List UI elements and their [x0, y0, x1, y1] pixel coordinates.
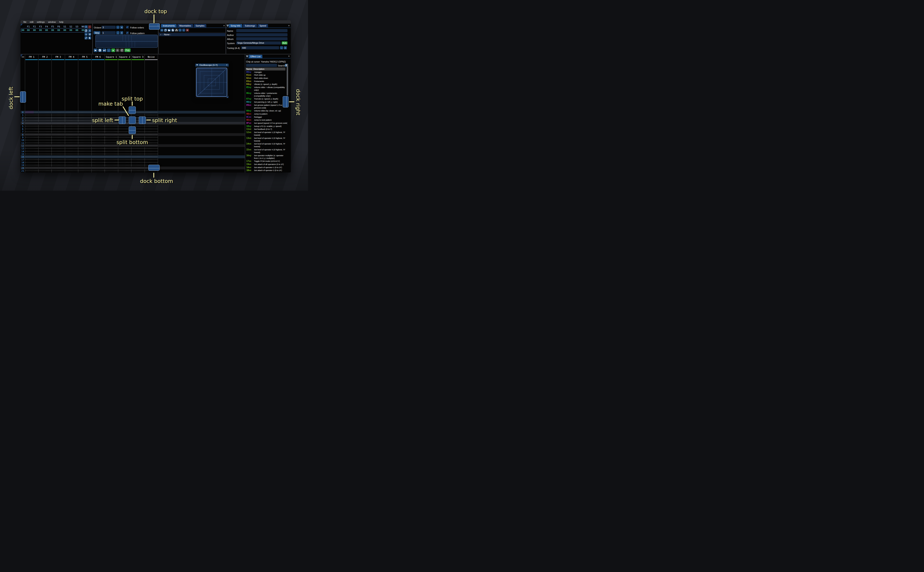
orders-cell[interactable]: 00 [37, 29, 44, 31]
name-field[interactable] [236, 29, 287, 32]
record-button[interactable]: ● [111, 48, 115, 52]
orders-col-S1[interactable]: S1 [62, 25, 68, 28]
octave-minus-button[interactable]: - [116, 26, 120, 29]
duplicate-end-button[interactable] [88, 33, 91, 36]
tab-speed[interactable]: Speed [257, 24, 268, 27]
song-info-collapse-icon[interactable] [227, 25, 229, 27]
system-field[interactable] [236, 41, 281, 45]
duplicate-order-button[interactable] [84, 29, 88, 32]
duplicate-instrument-button[interactable] [164, 29, 167, 32]
vertical-splitter-1[interactable] [92, 23, 93, 54]
oscilloscope-window[interactable]: Oscilloscope (X-Y) × [195, 64, 229, 98]
orders-cell[interactable]: 00 [50, 29, 56, 31]
channel-header-fm-2[interactable]: FM 2 [38, 56, 52, 58]
tab-instruments[interactable]: Instruments [161, 24, 177, 27]
tab-effect-list[interactable]: Effect List [249, 55, 262, 58]
menu-item-window[interactable]: window [47, 21, 58, 23]
order-down-button[interactable]: ∨ [84, 33, 88, 36]
order-up-button[interactable]: ∧ [88, 29, 91, 32]
step-plus-button[interactable]: + [120, 31, 123, 34]
save-instrument-button[interactable] [171, 29, 175, 32]
song-info-close-icon[interactable]: × [288, 25, 290, 27]
instrument-down-button[interactable]: ↓ [182, 29, 185, 32]
play-from-cursor-button[interactable]: ▶ [103, 48, 106, 52]
channel-header-square-1[interactable]: Square 1 [104, 56, 118, 58]
make-tab-button[interactable] [129, 117, 136, 124]
delete-instrument-button[interactable]: ✕ [186, 29, 189, 32]
oscilloscope-collapse-icon[interactable] [196, 64, 198, 66]
dock-bottom-button[interactable] [148, 165, 160, 171]
order-edit-mode-button[interactable] [88, 36, 91, 39]
orders-col-S3[interactable]: S3 [74, 25, 80, 28]
repeat-button[interactable] [120, 48, 124, 52]
vertical-splitter-3[interactable] [226, 23, 226, 54]
split-left-button[interactable] [118, 117, 126, 124]
effect-list-collapse-icon[interactable] [246, 55, 248, 58]
instruments-close-icon[interactable]: × [223, 25, 225, 27]
channel-header-square-3[interactable]: Square 3 [131, 56, 145, 58]
menu-item-file[interactable]: file [22, 21, 28, 23]
tuning-minus-button[interactable]: - [280, 46, 283, 49]
deep-clone-button[interactable] [84, 36, 88, 39]
horizontal-splitter[interactable] [20, 54, 291, 54]
effect-search-input[interactable] [246, 64, 277, 67]
split-bottom-button[interactable] [129, 126, 136, 134]
octave-input[interactable] [101, 26, 116, 29]
oscilloscope-resize-grip[interactable] [226, 96, 228, 98]
split-right-button[interactable] [139, 117, 146, 124]
tab-song-info[interactable]: Song Info [229, 24, 242, 27]
channel-header-fm-4[interactable]: FM 4 [65, 56, 78, 58]
instrument-dir-button[interactable] [175, 29, 178, 32]
oscilloscope-close-icon[interactable]: × [226, 64, 227, 67]
step-label-button[interactable]: Step [93, 31, 100, 34]
channel-header-fm-1[interactable]: FM 1 [25, 56, 38, 58]
instrument-up-button[interactable]: ↑ [179, 29, 182, 32]
orders-col-S2[interactable]: S2 [68, 25, 74, 28]
step-input[interactable] [101, 31, 116, 34]
tuning-field[interactable] [241, 46, 279, 49]
tuning-plus-button[interactable]: + [284, 46, 287, 49]
octave-plus-button[interactable]: + [120, 26, 123, 29]
piano-widget[interactable] [95, 35, 158, 48]
step-row-button[interactable]: ↓ [107, 48, 111, 52]
orders-col-F6[interactable]: F6 [56, 25, 62, 28]
effect-list-scrollbar[interactable] [287, 64, 288, 96]
split-top-button[interactable] [129, 106, 136, 114]
dock-left-button[interactable] [20, 92, 26, 103]
orders-col-F2[interactable]: F2 [31, 25, 37, 28]
channel-header-fm-3[interactable]: FM 3 [51, 56, 65, 58]
open-instrument-button[interactable] [168, 29, 171, 32]
orders-cell[interactable]: 00 [62, 29, 68, 31]
author-field[interactable] [236, 33, 287, 36]
step-minus-button[interactable]: - [116, 31, 120, 34]
menu-item-edit[interactable]: edit [28, 21, 35, 23]
metronome-button[interactable] [116, 48, 119, 52]
dock-right-button[interactable] [283, 96, 288, 107]
remove-order-button[interactable]: − [88, 25, 91, 28]
add-order-button[interactable]: + [84, 25, 88, 28]
pattern-corner-label[interactable]: ++ [22, 56, 24, 58]
channel-header-noise[interactable]: Noise [145, 56, 158, 58]
orders-col-F5[interactable]: F5 [50, 25, 56, 28]
menu-item-help[interactable]: help [57, 21, 65, 23]
orders-cell[interactable]: 00 [25, 29, 31, 31]
orders-row-index[interactable]: 00 [21, 29, 25, 31]
orders-cell[interactable]: 00 [31, 29, 37, 31]
auto-system-button[interactable]: Auto [282, 41, 287, 45]
album-field[interactable] [236, 37, 287, 40]
add-instrument-button[interactable]: + [160, 29, 164, 32]
tab-wavetables[interactable]: Wavetables [177, 24, 193, 27]
dock-top-button[interactable] [149, 23, 160, 30]
orders-col-F1[interactable]: F1 [25, 25, 31, 28]
orders-col-F4[interactable]: F4 [44, 25, 50, 28]
tab-samples[interactable]: Samples [194, 24, 207, 27]
play-button[interactable]: ▶ [94, 48, 97, 52]
effect-list-close-icon[interactable]: × [288, 55, 290, 57]
orders-cell[interactable]: 00 [68, 29, 74, 31]
follow-pattern-checkbox[interactable]: ✓ [126, 31, 129, 34]
menu-item-settings[interactable]: settings [35, 21, 47, 23]
channel-header-square-2[interactable]: Square 2 [118, 56, 131, 58]
follow-orders-checkbox[interactable]: ✓ [126, 26, 129, 29]
poly-button[interactable]: Poly [125, 48, 131, 52]
tab-subsongs[interactable]: Subsongs [243, 24, 257, 27]
